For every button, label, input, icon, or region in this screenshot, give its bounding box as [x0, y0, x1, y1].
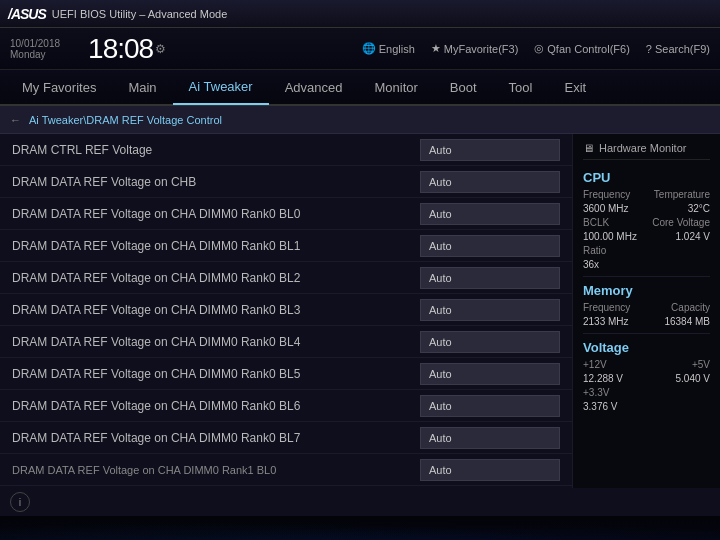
setting-row[interactable]: DRAM DATA REF Voltage on CHA DIMM0 Rank0…: [0, 198, 572, 230]
clock-area: 18:08 ⚙: [88, 33, 166, 65]
setting-row[interactable]: DRAM DATA REF Voltage on CHA DIMM0 Rank0…: [0, 326, 572, 358]
v33-value: 3.376 V: [583, 401, 617, 412]
bclk-row: BCLK Core Voltage: [583, 217, 710, 228]
v12-label-row: +12V +5V: [583, 359, 710, 370]
setting-label: DRAM DATA REF Voltage on CHA DIMM0 Rank0…: [12, 431, 420, 445]
nav-exit[interactable]: Exit: [548, 69, 602, 105]
info-icon[interactable]: i: [10, 492, 30, 512]
setting-value[interactable]: Auto: [420, 299, 560, 321]
nav-my-favorites[interactable]: My Favorites: [6, 69, 112, 105]
fan-icon: ◎: [534, 42, 544, 55]
setting-row[interactable]: DRAM DATA REF Voltage on CHBAuto: [0, 166, 572, 198]
info-area: i: [0, 488, 720, 516]
setting-row[interactable]: DRAM DATA REF Voltage on CHA DIMM0 Rank0…: [0, 358, 572, 390]
monitor-icon: 🖥: [583, 142, 594, 154]
v12-value-row: 12.288 V 5.040 V: [583, 373, 710, 384]
ratio-label: Ratio: [583, 245, 606, 256]
nav-tool[interactable]: Tool: [493, 69, 549, 105]
memory-capacity-value: 16384 MB: [664, 316, 710, 327]
language-button[interactable]: 🌐 English: [362, 42, 415, 55]
v5-value: 5.040 V: [676, 373, 710, 384]
v33-value-row: 3.376 V: [583, 401, 710, 412]
myfavorites-button[interactable]: ★ MyFavorite(F3): [431, 42, 519, 55]
setting-value[interactable]: Auto: [420, 331, 560, 353]
setting-value[interactable]: Auto: [420, 203, 560, 225]
setting-label: DRAM DATA REF Voltage on CHB: [12, 175, 420, 189]
bclk-label: BCLK: [583, 217, 609, 228]
cpu-temperature-label: Temperature: [654, 189, 710, 200]
hw-monitor-panel: 🖥 Hardware Monitor CPU Frequency Tempera…: [572, 134, 720, 488]
day: Monday: [10, 49, 60, 60]
date: 10/01/2018: [10, 38, 60, 49]
setting-value[interactable]: Auto: [420, 139, 560, 161]
bclk-value-row: 100.00 MHz 1.024 V: [583, 231, 710, 242]
cpu-frequency-value: 3600 MHz: [583, 203, 629, 214]
date-display: 10/01/2018 Monday: [10, 38, 60, 60]
setting-value[interactable]: Auto: [420, 363, 560, 385]
nav-main[interactable]: Main: [112, 69, 172, 105]
nav-boot[interactable]: Boot: [434, 69, 493, 105]
memory-section-title: Memory: [583, 283, 710, 298]
bios-shortcuts: 🌐 English ★ MyFavorite(F3) ◎ Qfan Contro…: [362, 42, 710, 55]
memory-capacity-label: Capacity: [671, 302, 710, 313]
back-arrow-icon[interactable]: ←: [10, 114, 21, 126]
bottom-decoration: [0, 516, 720, 540]
setting-value[interactable]: Auto: [420, 171, 560, 193]
v5-label: +5V: [692, 359, 710, 370]
cpu-frequency-row: Frequency Temperature: [583, 189, 710, 200]
breadcrumb-text: Ai Tweaker\DRAM REF Voltage Control: [29, 114, 222, 126]
clock: 18:08: [88, 33, 153, 65]
setting-value[interactable]: Auto: [420, 267, 560, 289]
setting-label: DRAM CTRL REF Voltage: [12, 143, 420, 157]
nav-ai-tweaker[interactable]: Ai Tweaker: [173, 69, 269, 105]
setting-row[interactable]: DRAM DATA REF Voltage on CHA DIMM0 Rank0…: [0, 422, 572, 454]
setting-row[interactable]: DRAM DATA REF Voltage on CHA DIMM0 Rank0…: [0, 294, 572, 326]
search-icon: ?: [646, 43, 652, 55]
v12-value: 12.288 V: [583, 373, 623, 384]
v12-label: +12V: [583, 359, 607, 370]
setting-value[interactable]: Auto: [420, 235, 560, 257]
cpu-section-title: CPU: [583, 170, 710, 185]
settings-panel[interactable]: DRAM CTRL REF VoltageAutoDRAM DATA REF V…: [0, 134, 572, 488]
qfan-button[interactable]: ◎ Qfan Control(F6): [534, 42, 630, 55]
ratio-label-row: Ratio: [583, 245, 710, 256]
hw-monitor-title: 🖥 Hardware Monitor: [583, 142, 710, 160]
setting-row[interactable]: DRAM DATA REF Voltage on CHA DIMM0 Rank0…: [0, 262, 572, 294]
bios-title: UEFI BIOS Utility – Advanced Mode: [52, 8, 227, 20]
setting-value[interactable]: Auto: [420, 427, 560, 449]
cpu-temperature-value: 32°C: [688, 203, 710, 214]
datetime-bar: 10/01/2018 Monday 18:08 ⚙ 🌐 English ★ My…: [0, 28, 720, 70]
setting-label: DRAM DATA REF Voltage on CHA DIMM0 Rank0…: [12, 367, 420, 381]
v33-label: +3.3V: [583, 387, 609, 398]
ratio-value-row: 36x: [583, 259, 710, 270]
breadcrumb: ← Ai Tweaker\DRAM REF Voltage Control: [0, 106, 720, 134]
search-button[interactable]: ? Search(F9): [646, 42, 710, 55]
setting-row[interactable]: DRAM DATA REF Voltage on CHA DIMM0 Rank0…: [0, 390, 572, 422]
bclk-value: 100.00 MHz: [583, 231, 637, 242]
setting-value[interactable]: Auto: [420, 459, 560, 481]
globe-icon: 🌐: [362, 42, 376, 55]
setting-label: DRAM DATA REF Voltage on CHA DIMM0 Rank1…: [12, 464, 420, 476]
setting-row[interactable]: DRAM CTRL REF VoltageAuto: [0, 134, 572, 166]
setting-value[interactable]: Auto: [420, 395, 560, 417]
nav-advanced[interactable]: Advanced: [269, 69, 359, 105]
nav-monitor[interactable]: Monitor: [359, 69, 434, 105]
asus-logo: /ASUS: [8, 6, 46, 22]
memory-freq-label-row: Frequency Capacity: [583, 302, 710, 313]
setting-row[interactable]: DRAM DATA REF Voltage on CHA DIMM0 Rank1…: [0, 454, 572, 486]
memory-freq-value-row: 2133 MHz 16384 MB: [583, 316, 710, 327]
setting-label: DRAM DATA REF Voltage on CHA DIMM0 Rank0…: [12, 303, 420, 317]
setting-label: DRAM DATA REF Voltage on CHA DIMM0 Rank0…: [12, 335, 420, 349]
setting-label: DRAM DATA REF Voltage on CHA DIMM0 Rank0…: [12, 207, 420, 221]
cpu-frequency-label: Frequency: [583, 189, 630, 200]
core-voltage-value: 1.024 V: [676, 231, 710, 242]
core-voltage-label: Core Voltage: [652, 217, 710, 228]
setting-label: DRAM DATA REF Voltage on CHA DIMM0 Rank0…: [12, 271, 420, 285]
setting-label: DRAM DATA REF Voltage on CHA DIMM0 Rank0…: [12, 239, 420, 253]
gear-icon[interactable]: ⚙: [155, 42, 166, 56]
v33-label-row: +3.3V: [583, 387, 710, 398]
memory-frequency-label: Frequency: [583, 302, 630, 313]
setting-row[interactable]: DRAM DATA REF Voltage on CHA DIMM0 Rank0…: [0, 230, 572, 262]
ratio-value: 36x: [583, 259, 599, 270]
cpu-frequency-value-row: 3600 MHz 32°C: [583, 203, 710, 214]
